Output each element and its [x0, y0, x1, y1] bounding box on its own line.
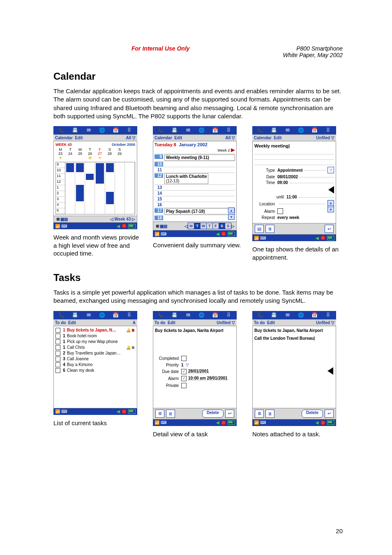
messages-icon: ✉: [184, 312, 192, 318]
signal-icon: 📶 ⌨: [154, 420, 166, 425]
appointment-title-input[interactable]: Weekly meeting|: [254, 143, 334, 149]
list-item[interactable]: 1Book hotel room: [55, 333, 135, 339]
duedate-value[interactable]: 28/01/2001: [188, 369, 209, 374]
note-icon[interactable]: 🗎: [265, 225, 274, 233]
menu-calendar[interactable]: Calendar: [254, 136, 272, 140]
menu-todo[interactable]: To do: [254, 320, 265, 325]
priority-value[interactable]: 1: [181, 363, 184, 367]
record-icon[interactable]: [221, 420, 226, 425]
prev-day-icon[interactable]: ◁: [184, 224, 188, 228]
list-item[interactable]: 3Call Joanne: [55, 356, 135, 362]
menu-calendar[interactable]: Calendar: [154, 136, 172, 140]
back-icon[interactable]: ◀: [216, 232, 219, 236]
new-note-icon[interactable]: 🗎: [265, 410, 274, 418]
record-icon[interactable]: [122, 223, 127, 228]
undo-icon[interactable]: ↩: [225, 410, 234, 418]
back-icon[interactable]: ◀: [117, 409, 120, 414]
scroll-down-icon[interactable]: ▼: [228, 214, 235, 220]
back-icon[interactable]: ◀: [216, 420, 219, 425]
view-toggle-icons[interactable]: 🔳▦▤: [55, 217, 68, 221]
sort-indicator[interactable]: A: [133, 320, 136, 325]
task-checkbox[interactable]: [55, 345, 60, 350]
list-view-icon[interactable]: ▤: [255, 225, 264, 233]
new-note-icon[interactable]: 🗎: [166, 410, 175, 418]
task-checkbox[interactable]: [55, 328, 60, 333]
completed-checkbox[interactable]: [181, 356, 187, 361]
type-label: Type: [254, 168, 277, 173]
menu-edit[interactable]: Edit: [68, 320, 76, 325]
menu-edit[interactable]: Edit: [274, 136, 281, 140]
next-day-icon[interactable]: ▷: [231, 224, 235, 228]
event-squash[interactable]: Play Squash (17-19): [164, 208, 235, 214]
menu-todo[interactable]: To do: [55, 320, 66, 325]
menu-calendar[interactable]: Calendar: [55, 136, 73, 140]
record-icon[interactable]: [321, 235, 325, 240]
task-checkbox[interactable]: [55, 334, 60, 339]
record-icon[interactable]: [122, 409, 127, 414]
filter-unfiled-dropdown[interactable]: Unfiled ▽: [316, 320, 334, 325]
type-value[interactable]: Appointment: [277, 168, 303, 173]
header-internal: For Internal Use Only: [131, 45, 190, 58]
undo-icon[interactable]: ↩: [325, 225, 334, 233]
task-checkbox[interactable]: [55, 351, 60, 356]
menu-todo[interactable]: To do: [154, 320, 165, 325]
task-checkbox[interactable]: [55, 362, 60, 367]
time-value[interactable]: 09:00: [277, 180, 288, 185]
menu-edit[interactable]: Edit: [267, 320, 275, 325]
list-item[interactable]: 6Clean my desk: [55, 368, 135, 373]
undo-icon[interactable]: ↩: [325, 410, 334, 418]
menu-edit[interactable]: Edit: [174, 136, 182, 140]
record-icon[interactable]: [321, 420, 325, 425]
delete-button[interactable]: Delete: [202, 410, 224, 418]
task-checkbox[interactable]: [55, 339, 60, 344]
back-icon[interactable]: ◀: [117, 224, 120, 228]
filter-unfiled-dropdown[interactable]: Unfiled ▽: [217, 320, 235, 325]
alarm-checkbox[interactable]: [277, 208, 283, 214]
day-selector[interactable]: MTWTFSS: [188, 223, 231, 229]
tasks-list[interactable]: 1Buy tickets to Japan, N…1Book hotel roo…: [53, 326, 137, 408]
calendar-icon: 📅: [311, 312, 319, 318]
filter-all-dropdown[interactable]: All ▽: [225, 136, 235, 140]
priority-dropdown-icon[interactable]: ▽: [186, 363, 189, 367]
scroll-up-icon[interactable]: ▲: [327, 200, 334, 206]
task-checkbox[interactable]: [55, 357, 60, 362]
list-item[interactable]: 4Buy a Kimono: [55, 362, 135, 368]
list-view-icon[interactable]: ≣: [155, 410, 164, 418]
task-note-input[interactable]: Call the London Travel Bureau|: [254, 336, 334, 341]
list-item[interactable]: 1Buy tickets to Japan, N…: [55, 327, 135, 333]
delete-button[interactable]: Delete: [302, 410, 323, 418]
until-value[interactable]: 11:00: [286, 195, 297, 199]
list-item[interactable]: 1Call Chris: [55, 345, 135, 350]
list-view-icon[interactable]: ≣: [255, 410, 264, 418]
event-weekly-meeting[interactable]: Weekly meeting (9-11): [164, 154, 235, 161]
page-number: 20: [336, 527, 343, 534]
calendar-caption-3: One tap shows the details of an appointm…: [252, 245, 343, 261]
week-label: Week 2: [217, 148, 230, 152]
repeat-value[interactable]: every week: [277, 215, 299, 220]
filter-unfiled-dropdown[interactable]: Unfiled ▽: [316, 136, 334, 140]
menu-edit[interactable]: Edit: [75, 136, 83, 140]
scroll-up-icon[interactable]: ▲: [228, 207, 235, 213]
alarm-value[interactable]: 10:00 am 28/01/2001: [188, 376, 228, 381]
scroll-down-icon[interactable]: ▼: [327, 207, 334, 212]
apps-icon: ⠿: [225, 312, 233, 318]
week-nav[interactable]: ◁ Week 43 ▷: [110, 217, 135, 221]
event-lunch[interactable]: Lunch with Charlotte(12-13): [164, 173, 208, 184]
week-grid[interactable]: 910111212345: [55, 162, 135, 214]
duedate-checkbox[interactable]: ✓: [181, 369, 187, 374]
task-priority: 2: [62, 351, 66, 355]
hour-13: 13: [154, 185, 163, 190]
task-checkbox[interactable]: [55, 368, 60, 373]
view-toggle-icons[interactable]: 🔳▦▤: [155, 224, 167, 228]
list-item[interactable]: 1Pick up my new Wap phone: [55, 339, 135, 345]
alarm-checkbox[interactable]: ✓: [181, 376, 187, 381]
menu-edit[interactable]: Edit: [168, 320, 175, 325]
back-icon[interactable]: ◀: [316, 420, 319, 425]
list-item[interactable]: 2Buy Travellers guide Japan…: [55, 350, 135, 356]
type-dropdown-icon[interactable]: ▽: [327, 167, 334, 173]
record-icon[interactable]: [221, 231, 226, 236]
date-value[interactable]: 08/01/2002: [277, 175, 298, 179]
filter-all-dropdown[interactable]: All ▽: [126, 136, 136, 140]
back-icon[interactable]: ◀: [316, 236, 319, 240]
private-checkbox[interactable]: [181, 383, 187, 388]
